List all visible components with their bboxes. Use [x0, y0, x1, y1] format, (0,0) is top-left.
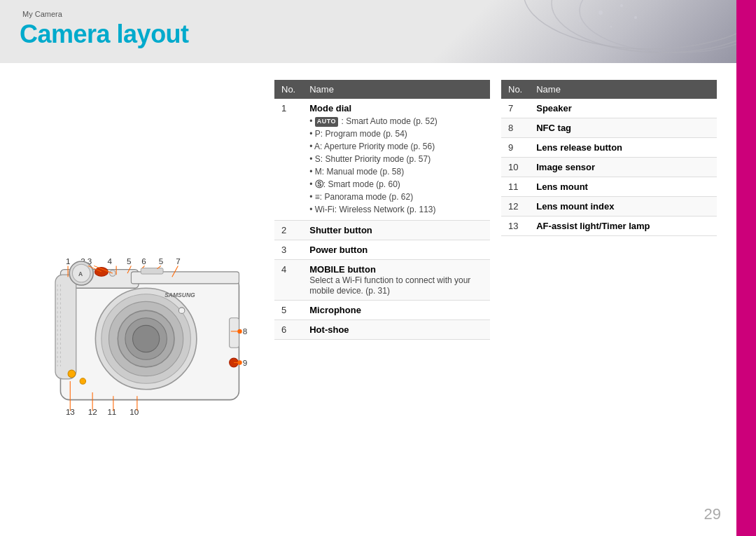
table-row: 13 AF-assist light/Timer lamp [501, 217, 717, 236]
table-row: 2 Shutter button [274, 221, 490, 240]
tables-section: No. Name 1 Mode dial AUTO : Smart Auto m… [274, 80, 717, 519]
row4-name: MOBILE button Select a Wi-Fi function to… [302, 260, 490, 301]
table-row: 6 Hot-shoe [274, 320, 490, 340]
row1-no: 1 [274, 99, 302, 221]
row12-name: Lens mount index [529, 197, 717, 217]
svg-text:10: 10 [130, 407, 139, 416]
row10-name: Image sensor [529, 158, 717, 177]
svg-text:5: 5 [127, 256, 132, 266]
svg-point-1 [552, 0, 756, 53]
row9-no: 9 [501, 138, 529, 158]
table1-container: No. Name 1 Mode dial AUTO : Smart Auto m… [274, 80, 490, 519]
table-row: 9 Lens release button [501, 138, 717, 158]
svg-point-4 [620, 4, 623, 7]
row5-no: 5 [274, 301, 302, 320]
table2-header-no: No. [501, 80, 529, 99]
table1-header-name: Name [302, 80, 490, 99]
svg-point-3 [598, 11, 603, 15]
row8-name: NFC tag [529, 118, 717, 138]
svg-point-26 [133, 325, 160, 352]
svg-rect-33 [141, 268, 163, 275]
table-row: 4 MOBILE button Select a Wi-Fi function … [274, 260, 490, 301]
row7-name: Speaker [529, 99, 717, 118]
svg-line-44 [142, 266, 144, 268]
table2: No. Name 7 Speaker 8 NFC tag [501, 80, 717, 236]
row2-no: 2 [274, 221, 302, 240]
row11-name: Lens mount [529, 177, 717, 197]
svg-text:A: A [78, 270, 83, 277]
page-number: 29 [704, 505, 721, 523]
svg-point-5 [634, 16, 637, 19]
table-row: 12 Lens mount index [501, 197, 717, 217]
row1-name: Mode dial AUTO : Smart Auto mode (p. 52)… [302, 99, 490, 221]
svg-point-7 [610, 26, 612, 28]
main-content: 1 2 3 4 5 6 5 7 [0, 63, 736, 536]
row5-name: Microphone [302, 301, 490, 320]
table2-container: No. Name 7 Speaker 8 NFC tag [501, 80, 717, 519]
row12-no: 12 [501, 197, 529, 217]
row6-no: 6 [274, 320, 302, 340]
svg-point-50 [237, 360, 241, 364]
svg-text:4: 4 [107, 256, 112, 266]
magenta-bar [736, 0, 756, 536]
svg-text:8: 8 [243, 327, 248, 336]
svg-text:7: 7 [176, 256, 181, 266]
svg-text:6: 6 [141, 256, 146, 266]
svg-point-27 [178, 308, 185, 314]
svg-point-48 [237, 329, 241, 334]
row8-no: 8 [501, 118, 529, 138]
svg-text:1: 1 [66, 256, 71, 266]
table-row: 8 NFC tag [501, 118, 717, 138]
table-row: 11 Lens mount [501, 177, 717, 197]
svg-point-37 [68, 370, 76, 378]
svg-text:9: 9 [243, 358, 248, 367]
table-row: 7 Speaker [501, 99, 717, 118]
svg-point-2 [580, 0, 756, 53]
table-row: 10 Image sensor [501, 158, 717, 177]
row7-no: 7 [501, 99, 529, 118]
svg-text:11: 11 [107, 407, 116, 416]
row6-name: Hot-shoe [302, 320, 490, 340]
table1: No. Name 1 Mode dial AUTO : Smart Auto m… [274, 80, 490, 340]
row13-name: AF-assist light/Timer lamp [529, 217, 717, 236]
camera-diagram-section: 1 2 3 4 5 6 5 7 [20, 80, 258, 519]
row2-name: Shutter button [302, 221, 490, 240]
svg-text:5: 5 [159, 256, 164, 266]
page-title: Camera layout [20, 20, 189, 49]
table-row: 1 Mode dial AUTO : Smart Auto mode (p. 5… [274, 99, 490, 221]
row13-no: 13 [501, 217, 529, 236]
row3-name: Power button [302, 240, 490, 260]
svg-rect-35 [230, 318, 239, 348]
table-row: 3 Power button [274, 240, 490, 260]
row4-no: 4 [274, 260, 302, 301]
breadcrumb: My Camera [22, 10, 62, 18]
row9-name: Lens release button [529, 138, 717, 158]
row10-no: 10 [501, 158, 529, 177]
svg-point-38 [80, 378, 86, 385]
table2-header-name: Name [529, 80, 717, 99]
svg-point-0 [524, 0, 756, 49]
table1-header-no: No. [274, 80, 302, 99]
table-row: 5 Microphone [274, 301, 490, 320]
svg-rect-18 [55, 275, 76, 379]
svg-point-6 [579, 20, 581, 22]
svg-text:SAMSUNG: SAMSUNG [164, 291, 195, 298]
row3-no: 3 [274, 240, 302, 260]
camera-svg: 1 2 3 4 5 6 5 7 [20, 87, 258, 519]
row11-no: 11 [501, 177, 529, 197]
